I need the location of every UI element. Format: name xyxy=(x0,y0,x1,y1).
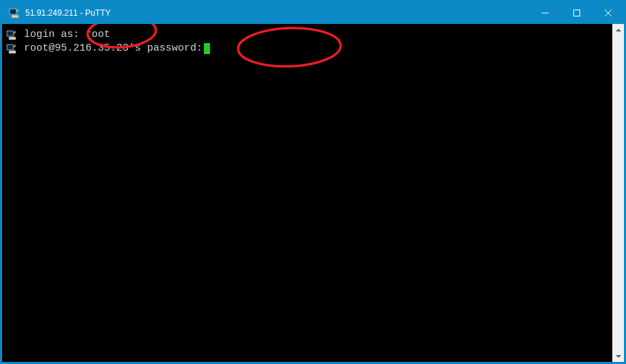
svg-line-11 xyxy=(14,31,16,34)
scrollbar-track[interactable] xyxy=(612,36,624,350)
terminal-line: root@95.216.35.23's password: xyxy=(5,42,612,55)
terminal[interactable]: login as: root root@95.216.35.23's passw… xyxy=(2,24,612,362)
window-controls xyxy=(530,2,624,24)
svg-line-15 xyxy=(14,45,16,47)
close-button[interactable] xyxy=(592,2,624,24)
minimize-button[interactable] xyxy=(530,2,561,24)
putty-line-icon xyxy=(5,43,18,54)
svg-marker-18 xyxy=(616,29,621,31)
app-icon xyxy=(9,8,20,18)
svg-rect-2 xyxy=(12,15,18,18)
terminal-line: login as: root xyxy=(5,28,612,42)
titlebar[interactable]: 51.91.249.211 - PuTTY xyxy=(2,2,624,24)
scroll-up-button[interactable] xyxy=(612,24,624,36)
svg-rect-1 xyxy=(10,10,16,14)
svg-rect-5 xyxy=(574,10,580,16)
vertical-scrollbar[interactable] xyxy=(612,24,624,362)
annotation-overlay xyxy=(2,24,618,364)
terminal-area: login as: root root@95.216.35.23's passw… xyxy=(2,24,624,362)
svg-rect-14 xyxy=(9,51,16,53)
putty-window: 51.91.249.211 - PuTTY xyxy=(2,2,624,362)
svg-rect-9 xyxy=(8,31,13,36)
svg-marker-19 xyxy=(616,355,621,358)
putty-line-icon xyxy=(5,29,18,40)
login-prompt: login as: xyxy=(24,28,86,42)
terminal-cursor xyxy=(204,43,210,54)
maximize-button[interactable] xyxy=(561,2,592,24)
window-title: 51.91.249.211 - PuTTY xyxy=(25,8,530,18)
scroll-down-button[interactable] xyxy=(612,350,624,362)
svg-rect-10 xyxy=(9,37,16,40)
svg-line-3 xyxy=(16,10,18,12)
login-input-value: root xyxy=(86,28,110,42)
password-prompt: root@95.216.35.23's password: xyxy=(24,42,203,55)
svg-rect-13 xyxy=(8,45,13,49)
